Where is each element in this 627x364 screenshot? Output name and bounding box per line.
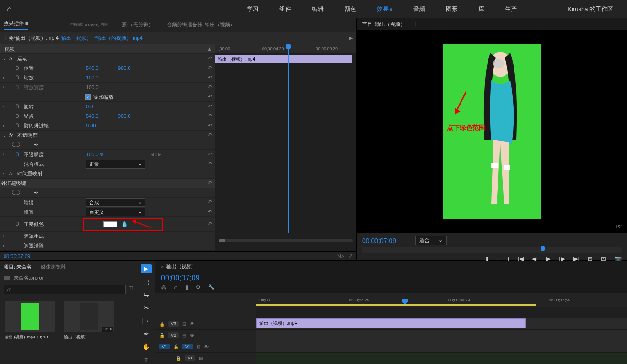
thumb-1[interactable]: 输出 (视频) .mp4 13; 10 xyxy=(5,301,55,340)
setting-dropdown[interactable]: 自定义⌄ xyxy=(86,208,145,216)
menu-audio[interactable]: 音频 xyxy=(413,5,425,13)
stopwatch-icon[interactable]: Ö xyxy=(16,75,22,80)
tab-media-browser[interactable]: 媒体浏览器 xyxy=(41,264,66,270)
track-a1[interactable]: 🔒 A1 ⊟ xyxy=(155,353,256,364)
tab-source[interactable]: 源:（无剪辑） xyxy=(122,21,153,28)
thumb-2[interactable]: 13:10 输出（视频） xyxy=(64,301,114,340)
menu-production[interactable]: 生产 xyxy=(505,5,517,13)
chevron-right-icon[interactable]: › xyxy=(3,75,9,80)
selection-tool-icon[interactable]: ▶ xyxy=(141,264,152,273)
pen-mask-icon[interactable]: ✒ xyxy=(34,190,38,196)
stopwatch-icon[interactable]: Ö xyxy=(16,66,22,71)
stopwatch-icon[interactable]: Ö xyxy=(16,152,22,157)
track-select-tool-icon[interactable]: ⬚ xyxy=(141,278,152,286)
timeline-playhead[interactable] xyxy=(405,301,405,364)
new-bin-icon[interactable]: ◫ xyxy=(129,285,133,294)
workspace-label[interactable]: Kirusha 的工作区 xyxy=(568,5,613,13)
mini-scrollbar[interactable] xyxy=(219,239,353,242)
toggle-icon[interactable]: ⊟ xyxy=(199,356,203,361)
toggle-icon[interactable]: ⊟ xyxy=(182,322,186,327)
export-icon[interactable]: ↗ xyxy=(348,253,353,259)
anchor-y[interactable]: 960.0 xyxy=(118,113,131,119)
uniform-checkbox[interactable]: ✓ xyxy=(85,94,91,100)
reset-icon[interactable]: ↶ xyxy=(208,209,212,215)
source-track-label[interactable]: V1 xyxy=(159,344,170,349)
settings-icon[interactable]: ⚙ xyxy=(196,284,201,290)
track-v3[interactable]: 🔒 V3 ⊟ 👁 xyxy=(155,318,256,330)
lock-icon[interactable]: 🔒 xyxy=(159,322,165,327)
razor-tool-icon[interactable]: ✂ xyxy=(141,304,152,312)
menu-learn[interactable]: 学习 xyxy=(247,5,259,13)
timeline-clip[interactable]: 输出（视频）.mp4 xyxy=(256,318,526,328)
program-menu-icon[interactable]: ⁞ xyxy=(414,21,416,27)
work-area-bar[interactable] xyxy=(256,304,536,306)
home-icon[interactable]: ⌂ xyxy=(0,5,18,13)
mini-playhead[interactable] xyxy=(288,46,289,233)
search-input[interactable] xyxy=(4,285,126,294)
position-y[interactable]: 960.0 xyxy=(118,65,131,71)
tab-effect-controls[interactable]: 效果控件 ≡ xyxy=(4,20,28,30)
scroll-thumb[interactable] xyxy=(219,239,225,242)
matte-clean-row[interactable]: › 遮罩清除 xyxy=(0,241,215,251)
menu-edit[interactable]: 编辑 xyxy=(312,5,324,13)
eye-icon[interactable]: 👁 xyxy=(204,344,209,349)
ellipse-mask-icon[interactable] xyxy=(12,190,20,195)
time-remap-row[interactable]: › fx 时间重映射 xyxy=(0,169,215,179)
clip-link1[interactable]: 输出（视频） xyxy=(61,35,91,42)
pen-mask-icon[interactable]: ✒ xyxy=(34,142,38,148)
type-tool-icon[interactable]: T xyxy=(141,356,152,364)
menu-assembly[interactable]: 组件 xyxy=(279,5,291,13)
track-v1[interactable]: V1 🔒 V1 ⊟ 👁 xyxy=(155,341,256,353)
clip-link2[interactable]: *输出（的视频）.mp4 xyxy=(94,35,143,42)
timeline-timecode[interactable]: 00;00;07;09 xyxy=(161,274,200,282)
tab-project[interactable]: 项目: 未命名 xyxy=(4,264,32,270)
reset-icon[interactable]: ↶ xyxy=(208,161,212,167)
hand-tool-icon[interactable]: ✋ xyxy=(141,343,152,351)
opacity-value[interactable]: 100.0 % xyxy=(86,152,109,157)
program-timecode[interactable]: 00;00;07;09 xyxy=(362,237,396,244)
matte-gen-row[interactable]: › 遮罩生成 xyxy=(0,232,215,241)
menu-effects[interactable]: 效果 xyxy=(377,5,393,13)
opacity-section[interactable]: ⌄ fx 不透明度 ↶ xyxy=(0,131,215,140)
eye-icon[interactable]: 👁 xyxy=(190,322,194,327)
loop-icon[interactable]: ▷▷ xyxy=(337,253,344,259)
scale-value[interactable]: 100.0 xyxy=(86,75,109,80)
program-scrubber[interactable] xyxy=(362,247,622,253)
motion-row[interactable]: ⌄ fx 运动 ↶ xyxy=(0,54,215,63)
stopwatch-icon[interactable]: Ö xyxy=(16,114,22,119)
stopwatch-icon[interactable]: Ö xyxy=(16,104,22,109)
reset-icon[interactable]: ↶ xyxy=(208,74,212,81)
reset-icon[interactable]: ↶ xyxy=(208,103,212,110)
reset-icon[interactable]: ↶ xyxy=(208,151,212,158)
reset-icon[interactable]: ↶ xyxy=(208,199,212,206)
mini-timeline[interactable]: ;00;00 00;00;04;29 00;00;09;29 输出（视频）.mp… xyxy=(215,44,356,251)
rect-mask-icon[interactable] xyxy=(23,190,31,195)
lock-icon[interactable]: 🔒 xyxy=(159,333,165,338)
slip-tool-icon[interactable]: |↔| xyxy=(141,317,152,325)
eye-icon[interactable]: 👁 xyxy=(190,333,194,338)
ellipse-mask-icon[interactable] xyxy=(12,142,20,147)
reset-icon[interactable]: ↶ xyxy=(208,65,212,71)
scrub-marker[interactable] xyxy=(541,246,545,251)
fit-dropdown[interactable]: 适合⌄ xyxy=(415,236,447,245)
menu-graphics[interactable]: 图形 xyxy=(446,5,458,13)
marker-icon[interactable]: ▮ xyxy=(185,284,188,290)
link-icon[interactable]: ∩ xyxy=(174,284,178,290)
track-v2[interactable]: 🔒 V2 ⊟ 👁 xyxy=(155,330,256,341)
lock-icon[interactable]: 🔒 xyxy=(173,344,179,349)
close-icon[interactable]: × xyxy=(161,264,164,269)
eyedropper-icon[interactable]: 💧 xyxy=(121,221,128,227)
reset-icon[interactable]: ↶ xyxy=(208,94,212,100)
ripple-tool-icon[interactable]: ⇆ xyxy=(141,290,152,299)
mini-clip[interactable]: 输出（视频）.mp4 xyxy=(215,55,352,63)
blend-dropdown[interactable]: 正常⌄ xyxy=(86,160,145,169)
color-swatch[interactable] xyxy=(103,221,117,227)
play-icon[interactable]: ▶ xyxy=(349,35,353,41)
tab-audio-mixer[interactable]: 音频剪辑混合器: 输出（视频） xyxy=(167,21,235,28)
reset-icon[interactable]: ↶ xyxy=(208,122,212,129)
stopwatch-icon[interactable]: Ö xyxy=(16,123,22,128)
toggle-icon[interactable]: ⊟ xyxy=(197,344,200,349)
reset-icon[interactable]: ↶ xyxy=(208,113,212,119)
lock-icon[interactable]: 🔒 xyxy=(176,356,181,361)
pen-tool-icon[interactable]: ✒ xyxy=(141,330,152,338)
